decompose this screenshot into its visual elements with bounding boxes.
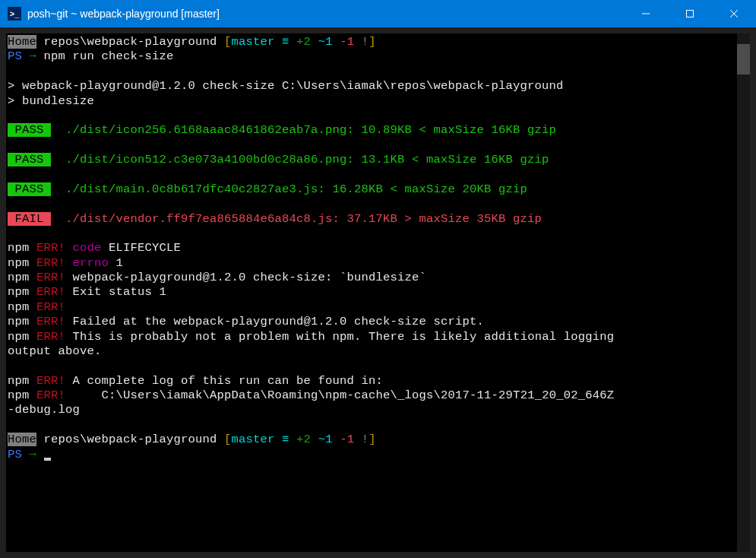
titlebar[interactable]: >_ posh~git ~ webpack-playground [master… bbox=[0, 0, 756, 27]
npm-label: npm bbox=[8, 241, 30, 255]
deleted-count: -1 bbox=[340, 433, 354, 446]
err-text: A complete log of this run can be found … bbox=[65, 374, 383, 388]
npm-run-header: > webpack-playground@1.2.0 check-size C:… bbox=[8, 79, 564, 93]
err-text: output above. bbox=[8, 344, 102, 358]
npm-run-script: > bundlesize bbox=[8, 94, 94, 108]
err-text: Exit status 1 bbox=[65, 285, 166, 299]
err-label: ERR! bbox=[30, 315, 66, 328]
sep bbox=[311, 35, 318, 49]
err-text: This is probably not a problem with npm.… bbox=[65, 330, 622, 344]
err-label: ERR! bbox=[30, 330, 66, 344]
terminal-window: >_ posh~git ~ webpack-playground [master… bbox=[0, 0, 756, 558]
err-text: webpack-playground@1.2.0 check-size: `bu… bbox=[65, 271, 426, 284]
pass-badge: PASS bbox=[8, 123, 51, 137]
excl: ! bbox=[354, 35, 369, 49]
errno-value: 1 bbox=[109, 256, 123, 270]
prompt-path: repos\webpack-playground bbox=[36, 35, 224, 49]
result-line: ./dist/icon256.6168aaac8461862eab7a.png:… bbox=[51, 123, 556, 137]
err-label: ERR! bbox=[30, 388, 66, 402]
command-text: npm run check-size bbox=[44, 49, 174, 63]
npm-label: npm bbox=[8, 374, 30, 388]
terminal-container: Home repos\webpack-playground [master ≡ … bbox=[6, 33, 750, 552]
deleted-count: -1 bbox=[340, 35, 354, 49]
npm-label: npm bbox=[8, 315, 30, 328]
excl: ! bbox=[354, 433, 369, 446]
npm-label: npm bbox=[8, 330, 30, 344]
sep bbox=[311, 433, 318, 446]
ps-prompt: PS bbox=[8, 448, 22, 461]
err-text: C:\Users\iamak\AppData\Roaming\npm-cache… bbox=[65, 388, 614, 402]
cursor bbox=[44, 458, 51, 461]
prompt-home: Home bbox=[8, 433, 36, 446]
err-label: ERR! bbox=[30, 256, 66, 270]
prompt-path: repos\webpack-playground bbox=[36, 433, 224, 446]
sep bbox=[333, 35, 340, 49]
ps-prompt: PS bbox=[8, 49, 22, 63]
err-label: ERR! bbox=[30, 374, 66, 388]
branch-equiv: ≡ bbox=[275, 433, 297, 446]
result-line: ./dist/vendor.ff9f7ea865884e6a84c8.js: 3… bbox=[51, 212, 542, 226]
errno-label: errno bbox=[65, 256, 109, 270]
window-controls bbox=[624, 0, 756, 27]
err-text: Failed at the webpack-playground@1.2.0 c… bbox=[65, 315, 484, 328]
npm-label: npm bbox=[8, 256, 30, 270]
npm-label: npm bbox=[8, 285, 30, 299]
minimize-button[interactable] bbox=[624, 0, 668, 27]
branch-open: [ bbox=[224, 433, 232, 446]
npm-label: npm bbox=[8, 300, 30, 314]
fail-badge: FAIL bbox=[8, 212, 51, 226]
err-label: ERR! bbox=[30, 300, 66, 314]
err-label: ERR! bbox=[30, 271, 66, 284]
scrollbar[interactable] bbox=[737, 33, 750, 552]
ahead-count: +2 bbox=[296, 35, 311, 49]
svg-rect-1 bbox=[687, 11, 694, 17]
arrow-icon: → bbox=[22, 49, 44, 63]
code-label: code bbox=[65, 241, 102, 255]
powershell-icon: >_ bbox=[8, 7, 21, 21]
terminal-output[interactable]: Home repos\webpack-playground [master ≡ … bbox=[6, 33, 750, 464]
maximize-button[interactable] bbox=[668, 0, 712, 27]
prompt-home: Home bbox=[8, 35, 36, 49]
modified-count: ~1 bbox=[318, 35, 333, 49]
npm-label: npm bbox=[8, 388, 30, 402]
err-label: ERR! bbox=[30, 241, 66, 255]
err-text: -debug.log bbox=[8, 403, 80, 417]
sep bbox=[333, 433, 340, 446]
arrow-icon: → bbox=[22, 448, 44, 461]
window-title: posh~git ~ webpack-playground [master] bbox=[27, 8, 624, 20]
branch-equiv: ≡ bbox=[275, 35, 297, 49]
close-button[interactable] bbox=[712, 0, 756, 27]
ahead-count: +2 bbox=[296, 433, 311, 446]
branch-name: master bbox=[232, 433, 275, 446]
scrollbar-thumb[interactable] bbox=[737, 44, 750, 75]
branch-open: [ bbox=[224, 35, 232, 49]
npm-label: npm bbox=[8, 271, 30, 284]
pass-badge: PASS bbox=[8, 182, 51, 196]
result-line: ./dist/icon512.c3e073a4100bd0c28a86.png:… bbox=[51, 153, 549, 166]
pass-badge: PASS bbox=[8, 153, 51, 166]
code-value: ELIFECYCLE bbox=[102, 241, 182, 255]
modified-count: ~1 bbox=[318, 433, 333, 446]
branch-close: ] bbox=[369, 35, 376, 49]
result-line: ./dist/main.0c8b617dfc40c2827ae3.js: 16.… bbox=[51, 182, 527, 196]
err-label: ERR! bbox=[30, 285, 66, 299]
branch-name: master bbox=[232, 35, 275, 49]
branch-close: ] bbox=[369, 433, 376, 446]
